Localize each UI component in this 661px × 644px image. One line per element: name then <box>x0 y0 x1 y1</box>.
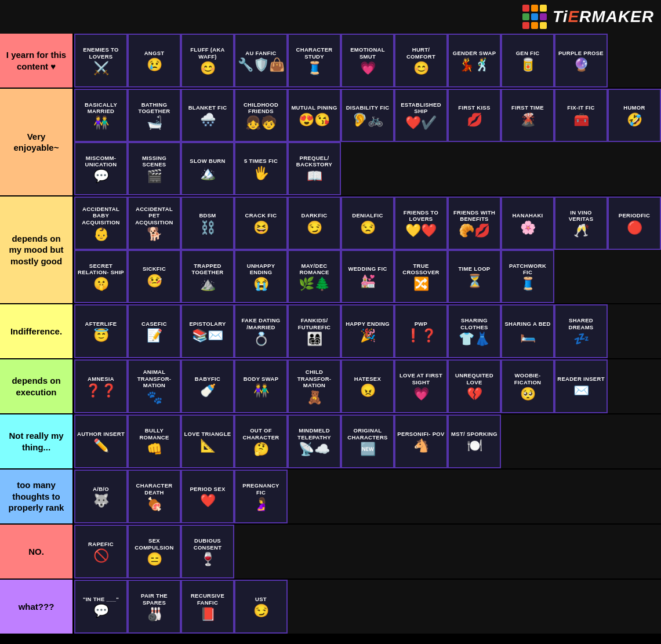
tier-item-rapefic[interactable]: RAPEFIC🚫 <box>74 525 128 578</box>
item-emoji: 👧🧒 <box>245 117 277 129</box>
tier-item-in-vino-veritas[interactable]: IN VINO VERITAS🥂 <box>554 197 608 250</box>
tier-item-dubious-consent[interactable]: DUBIOUS CONSENT🍷 <box>181 525 234 578</box>
tier-item-darkfic[interactable]: DARKFIC😏 <box>288 197 341 250</box>
tier-item-a-b-o[interactable]: A/B/O🐺 <box>74 470 128 523</box>
tier-item-pregnancy-fic[interactable]: PREGNANCY FIC🤰 <box>234 470 288 523</box>
tier-item-love-at-first-sight[interactable]: LOVE AT FIRST SIGHT💗 <box>394 359 448 413</box>
item-emoji: 🛏️ <box>520 329 536 342</box>
tier-item-pair-the-spares[interactable]: PAIR THE SPARES🎳 <box>128 580 181 634</box>
tier-item-sex-compulsion[interactable]: SEX COMPULSION😑 <box>128 525 181 578</box>
tier-item-first-kiss[interactable]: FIRST KISS💋 <box>448 89 501 142</box>
tier-item-body-swap[interactable]: BODY SWAP👫 <box>234 359 288 413</box>
item-emoji: 💔 <box>467 388 482 401</box>
tier-item-purple-prose[interactable]: PURPLE PROSE🔮 <box>554 34 608 88</box>
tier-item-fix-it-fic[interactable]: FIX-IT FIC🧰 <box>554 89 608 142</box>
tier-item-fankids--futurefic[interactable]: FANKIDS/ FUTUREFIC👨‍👩‍👧‍👦 <box>288 304 341 358</box>
tier-item-friends-to-lovers[interactable]: FRIENDS TO LOVERS💛❤️ <box>394 197 448 250</box>
tier-item-enemies-to-lovers[interactable]: ENEMIES TO LOVERS⚔️ <box>74 34 128 88</box>
tier-item-ust[interactable]: UST😏 <box>234 580 288 634</box>
item-emoji: 🧰 <box>573 114 589 126</box>
tier-item-character-study[interactable]: CHARACTER STUDY🧵 <box>288 34 341 88</box>
tier-item-hanahaki[interactable]: HANAHAKI🌸 <box>501 197 554 250</box>
tier-item-wedding-fic[interactable]: WEDDING FIC💒 <box>341 250 394 303</box>
tier-item-prequel--backstory[interactable]: PREQUEL/ BACKSTORY📖 <box>288 142 341 195</box>
tier-item-character-death[interactable]: CHARACTER DEATH🍖 <box>128 470 181 523</box>
tier-item-fluff--aka-waff-[interactable]: FLUFF (AKA WAFF)😊 <box>181 34 234 88</box>
item-name: TRAPPED TOGETHER <box>184 263 231 276</box>
tier-item-hatesex[interactable]: HATESEX😠 <box>341 359 394 413</box>
tier-item-hurt--comfort[interactable]: HURT/ COMFORT😊 <box>394 34 448 88</box>
tier-item-secret-relation--ship[interactable]: SECRET RELATION- SHIP🤫 <box>74 250 128 303</box>
tier-item-love-triangle[interactable]: LOVE TRIANGLE📐 <box>181 414 234 468</box>
tier-item-shared-dreams[interactable]: SHARED DREAMS💤 <box>554 304 608 358</box>
item-emoji: 🥂 <box>573 224 589 237</box>
tier-item-gender-swap[interactable]: GENDER SWAP💃🕺 <box>448 34 501 88</box>
tier-item-bully-romance[interactable]: BULLY ROMANCE👊 <box>128 414 181 468</box>
tier-item-pwp[interactable]: PWP❗❓ <box>394 304 448 358</box>
tier-item-sharing-a-bed[interactable]: SHARING A BED🛏️ <box>501 304 554 358</box>
tier-item-friends-with-benefits[interactable]: FRIENDS WITH BENEFITS🥐💋 <box>448 197 501 250</box>
tier-item-animal-transfor--mation[interactable]: ANIMAL TRANSFOR- MATION🐾 <box>128 359 181 413</box>
tier-item-denialfic[interactable]: DENIALFIC😒 <box>341 197 394 250</box>
tier-item-crack-fic[interactable]: CRACK FIC😆 <box>234 197 288 250</box>
tier-item-trapped-together[interactable]: TRAPPED TOGETHER⛰️ <box>181 250 234 303</box>
tier-item-unhappy-ending[interactable]: UNHAPPY ENDING😭 <box>234 250 288 303</box>
tier-item-accidental-baby-acquisition[interactable]: ACCIDENTAL BABY ACQUISITION👶 <box>74 197 128 250</box>
tier-item-period-sex[interactable]: PERIOD SEX❤️ <box>181 470 234 523</box>
tier-item--in-the-----[interactable]: "IN THE ___"💬 <box>74 580 128 634</box>
tier-item-casefic[interactable]: CASEFIC📝 <box>128 304 181 358</box>
tier-item-accidental-pet-acquisition[interactable]: ACCIDENTAL PET ACQUISITION🐕 <box>128 197 181 250</box>
tier-item-child-transfor--mation[interactable]: CHILD TRANSFOR- MATION🧸 <box>288 359 341 413</box>
tier-item-may-dec-romance[interactable]: MAY/DEC ROMANCE🌿🌲 <box>288 250 341 303</box>
tier-item-childhood-friends[interactable]: CHILDHOOD FRIENDS👧🧒 <box>234 89 288 142</box>
tier-item-first-time[interactable]: FIRST TIME🌋 <box>501 89 554 142</box>
tier-item-time-loop[interactable]: TIME LOOP⏳ <box>448 250 501 303</box>
tier-item-true-crossover[interactable]: TRUE CROSSOVER🔀 <box>394 250 448 303</box>
tier-item-sickfic[interactable]: SICKFIC🤒 <box>128 250 181 303</box>
tier-item-recursive-fanfic[interactable]: RECURSIVE FANFIC📕 <box>181 580 234 634</box>
tier-item-slow-burn[interactable]: SLOW BURN🏔️ <box>181 142 234 195</box>
item-emoji: 😭 <box>253 278 269 290</box>
tier-item-mindmeld-telepathy[interactable]: MINDMELD TELEPATHY📡☁️ <box>288 414 341 468</box>
tier-item-woobie--fication[interactable]: WOOBIE- FICATION🥺 <box>501 359 554 413</box>
tier-item-author-insert[interactable]: AUTHOR INSERT✏️ <box>74 414 128 468</box>
tier-item-bathing-together[interactable]: BATHING TOGETHER🛁 <box>128 89 181 142</box>
item-emoji: ✏️ <box>93 439 109 452</box>
item-name: GENDER SWAP <box>453 50 496 56</box>
tier-item-5-times-fic[interactable]: 5 TIMES FIC🖐️ <box>234 142 288 195</box>
tier-item-reader-insert[interactable]: READER INSERT✉️ <box>554 359 608 413</box>
tier-item-babyfic[interactable]: BABYFIC🍼 <box>181 359 234 413</box>
tier-item-original-characters[interactable]: ORIGINAL CHARACTERS🆕 <box>341 414 394 468</box>
tier-item-disability-fic[interactable]: DISABILITY FIC🦻🚲 <box>341 89 394 142</box>
tier-item-epistolary[interactable]: EPISTOLARY📚✉️ <box>181 304 234 358</box>
tier-item-humor[interactable]: HUMOR🤣 <box>608 89 661 142</box>
tier-item-sharing-clothes[interactable]: SHARING CLOTHES👕👗 <box>448 304 501 358</box>
item-name: GEN FIC <box>516 50 540 56</box>
tier-item-basically-married[interactable]: BASICALLY MARRIED👫 <box>74 89 128 142</box>
tier-item-miscomm--unication[interactable]: MISCOMM- UNICATION💬 <box>74 142 128 195</box>
tier-item-angst[interactable]: ANGST😢 <box>128 34 181 88</box>
tier-item-mst--sporking[interactable]: MST/ SPORKING🍽️ <box>448 414 501 468</box>
tier-item-missing-scenes[interactable]: MISSING SCENES🎬 <box>128 142 181 195</box>
tier-item-au-fanfic[interactable]: AU FANFIC🔧🛡️👜 <box>234 34 288 88</box>
tier-item-periodfic[interactable]: PERIODFIC🔴 <box>608 197 661 250</box>
item-emoji: 💋 <box>467 114 482 126</box>
tier-item-emotional-smut[interactable]: EMOTIONAL SMUT💗 <box>341 34 394 88</box>
tier-item-happy-ending[interactable]: HAPPY ENDING🎉 <box>341 304 394 358</box>
item-emoji: 📝 <box>147 329 162 342</box>
tier-item-blanket-fic[interactable]: BLANKET FIC🌨️ <box>181 89 234 142</box>
tier-label-h: what??? <box>0 580 74 634</box>
tier-item-mutual-pining[interactable]: MUTUAL PINING😍😘 <box>288 89 341 142</box>
tier-item-afterlife[interactable]: AFTERLIFE😇 <box>74 304 128 358</box>
tier-item-personifi--pov[interactable]: PERSONIFI- POV🐴 <box>394 414 448 468</box>
item-name: PERIODFIC <box>619 212 650 219</box>
item-name: EMOTIONAL SMUT <box>344 46 391 60</box>
tier-item-patchwork-fic[interactable]: PATCHWORK FIC🧵 <box>501 250 554 303</box>
tier-item-gen-fic[interactable]: GEN FIC🥫 <box>501 34 554 88</box>
tier-item-fake-dating--married[interactable]: FAKE DATING /MARRIED💍 <box>234 304 288 358</box>
tier-item-unrequited-love[interactable]: UNREQUITED LOVE💔 <box>448 359 501 413</box>
tier-item-bdsm[interactable]: BDSM⛓️ <box>181 197 234 250</box>
tier-item-out-of-character[interactable]: OUT OF CHARACTER🤔 <box>234 414 288 468</box>
tier-item-established-ship[interactable]: ESTABLISHED SHIP❤️✔️ <box>394 89 448 142</box>
tier-item-amnesia[interactable]: AMNESIA❓❓ <box>74 359 128 413</box>
